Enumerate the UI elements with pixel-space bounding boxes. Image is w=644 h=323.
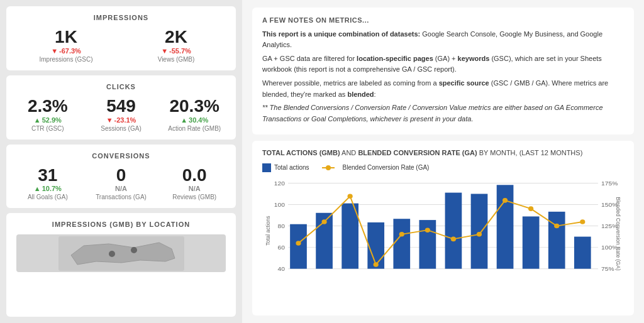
line-dot-10	[554, 224, 559, 229]
clicks-card: CLICKS 2.3% ▲ 52.9% CTR (GSC) 549 ▼ -23.…	[6, 75, 236, 140]
transactions-value: 0	[90, 166, 153, 185]
line-dot-5	[425, 227, 430, 233]
svg-point-2	[131, 247, 137, 253]
line-dot-7	[477, 232, 482, 237]
sessions-value: 549	[90, 97, 153, 116]
conversions-card: CONVERSIONS 31 ▲ 10.7% All Goals (GA) 0 …	[6, 145, 236, 209]
line-dot-1	[321, 219, 326, 224]
svg-text:Blended Conversion Rate (GA): Blended Conversion Rate (GA)	[615, 197, 621, 270]
ctr-label: CTR (GSC)	[16, 125, 79, 132]
notes-title: A FEW NOTES ON METRICS...	[262, 15, 624, 26]
right-panel: A FEW NOTES ON METRICS... This report is…	[242, 0, 644, 323]
clicks-metrics: 2.3% ▲ 52.9% CTR (GSC) 549 ▼ -23.1% Sess…	[16, 97, 226, 132]
down-arrow-icon: ▼	[51, 47, 58, 55]
transactions-label: Transactions (GA)	[90, 194, 153, 200]
reviews-gmb: 0.0 N/A Reviews (GMB)	[163, 166, 226, 201]
svg-text:120: 120	[274, 180, 286, 187]
views-gmb-value: 2K	[126, 28, 226, 47]
svg-text:80: 80	[278, 222, 286, 229]
ctr-gsc: 2.3% ▲ 52.9% CTR (GSC)	[16, 97, 79, 132]
action-rate-change: ▲ 30.4%	[163, 116, 226, 124]
goals-label: All Goals (GA)	[16, 194, 79, 200]
line-dot-8	[502, 198, 508, 203]
chart-svg: 120 100 80 60 40 Total actions 175% 150%…	[262, 177, 624, 287]
conversions-metrics: 31 ▲ 10.7% All Goals (GA) 0 N/A Transact…	[16, 166, 226, 201]
sessions-label: Sessions (GA)	[90, 125, 153, 132]
svg-text:175%: 175%	[601, 180, 618, 187]
chart-legend: Total actions Blended Conversion Rate (G…	[262, 163, 624, 172]
location-title: IMPRESSIONS (GMB) BY LOCATION	[16, 221, 226, 228]
clicks-title: CLICKS	[16, 83, 226, 90]
impressions-metrics: 1K ▼ -67.3% Impressions (GSC) 2K ▼ -55.7…	[16, 28, 226, 63]
bar-10	[548, 212, 565, 269]
bar-9	[523, 216, 540, 268]
reviews-label: Reviews (GMB)	[163, 194, 226, 200]
legend-bar-label: Total actions	[274, 164, 309, 171]
bar-11	[574, 236, 591, 268]
note-4: ** The Blended Conversions / Conversion …	[262, 102, 624, 124]
notes-section: A FEW NOTES ON METRICS... This report is…	[252, 8, 634, 134]
action-rate-label: Action Rate (GMB)	[163, 125, 226, 132]
left-panel: IMPRESSIONS 1K ▼ -67.3% Impressions (GSC…	[0, 0, 242, 323]
bar-6	[445, 192, 462, 268]
bar-color-swatch	[262, 163, 271, 172]
reviews-change: N/A	[163, 185, 226, 192]
impressions-gsc-label: Impressions (GSC)	[16, 56, 116, 63]
bar-8	[497, 185, 514, 268]
line-dot-11	[580, 219, 585, 224]
impressions-gsc-value: 1K	[16, 28, 116, 47]
bar-3	[367, 222, 384, 269]
bar-0	[290, 224, 307, 268]
conversions-title: CONVERSIONS	[16, 152, 226, 160]
transactions-change: N/A	[90, 185, 153, 192]
conversion-rate-line	[299, 196, 583, 265]
down-arrow-icon: ▼	[106, 116, 113, 124]
bar-7	[471, 194, 488, 268]
impressions-gsc-change: ▼ -67.3%	[16, 47, 116, 55]
ctr-change: ▲ 52.9%	[16, 116, 79, 124]
legend-line-label: Blended Conversion Rate (GA)	[343, 164, 430, 171]
up-arrow-icon: ▲	[34, 185, 41, 192]
up-arrow-icon: ▲	[180, 116, 187, 124]
note-2: GA + GSC data are filtered for location-…	[262, 53, 624, 75]
views-gmb-change: ▼ -55.7%	[126, 47, 226, 55]
note-1: This report is a unique combination of d…	[262, 29, 624, 51]
location-map-preview	[16, 234, 226, 272]
line-dot-2	[348, 194, 353, 199]
line-dot-6	[451, 236, 456, 241]
sessions-ga: 549 ▼ -23.1% Sessions (GA)	[90, 97, 153, 132]
svg-text:100: 100	[274, 201, 286, 208]
impressions-card: IMPRESSIONS 1K ▼ -67.3% Impressions (GSC…	[6, 6, 236, 70]
line-dot-0	[296, 241, 301, 246]
up-arrow-icon: ▲	[34, 116, 41, 124]
chart-container: 120 100 80 60 40 Total actions 175% 150%…	[262, 177, 624, 287]
all-goals-ga: 31 ▲ 10.7% All Goals (GA)	[16, 166, 79, 201]
impressions-title: IMPRESSIONS	[16, 14, 226, 21]
action-rate-gmb: 20.3% ▲ 30.4% Action Rate (GMB)	[163, 97, 226, 132]
bar-4	[393, 219, 410, 268]
line-dot-3	[374, 262, 379, 267]
action-rate-value: 20.3%	[163, 97, 226, 116]
reviews-value: 0.0	[163, 166, 226, 185]
svg-text:60: 60	[278, 244, 286, 251]
svg-text:Total actions: Total actions	[265, 216, 271, 246]
chart-title: TOTAL ACTIONS (GMB) AND BLENDED CONVERSI…	[262, 148, 624, 158]
transactions-ga: 0 N/A Transactions (GA)	[90, 166, 153, 201]
views-gmb-label: Views (GMB)	[126, 56, 226, 63]
bar-5	[419, 220, 436, 269]
map-svg	[58, 236, 184, 271]
legend-bar: Total actions	[262, 163, 309, 172]
line-dot-4	[399, 232, 404, 237]
line-dot	[326, 165, 331, 170]
impressions-gsc: 1K ▼ -67.3% Impressions (GSC)	[16, 28, 116, 63]
chart-title-part1: TOTAL ACTIONS (GMB)	[262, 149, 340, 156]
legend-line: Blended Conversion Rate (GA)	[322, 163, 430, 172]
svg-text:75%: 75%	[601, 266, 614, 273]
svg-text:40: 40	[278, 266, 286, 273]
goals-value: 31	[16, 166, 79, 185]
line-dot-9	[528, 206, 533, 211]
chart-title-part2: BLENDED CONVERSION RATE (GA)	[358, 149, 477, 156]
views-gmb: 2K ▼ -55.7% Views (GMB)	[126, 28, 226, 63]
goals-change: ▲ 10.7%	[16, 185, 79, 192]
location-card: IMPRESSIONS (GMB) BY LOCATION	[6, 213, 236, 317]
